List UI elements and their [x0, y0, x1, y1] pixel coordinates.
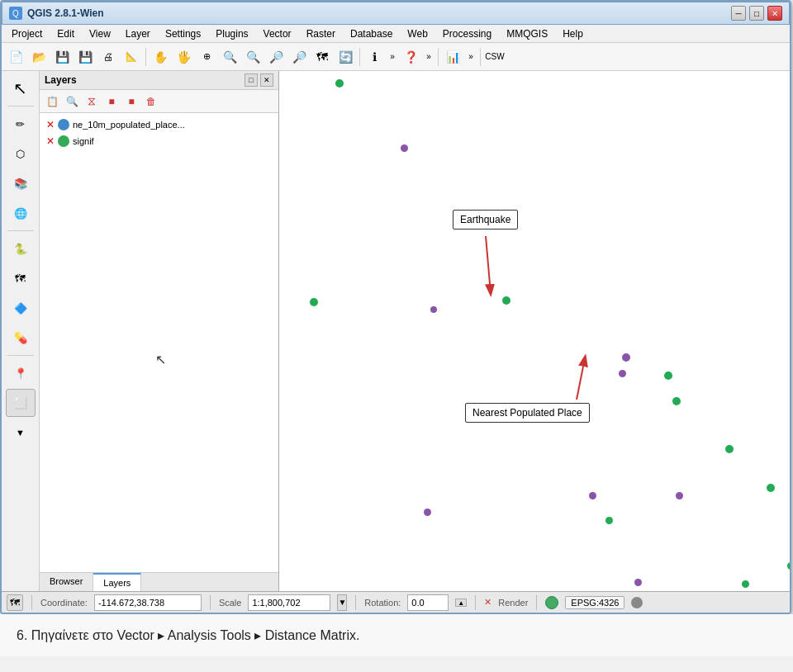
status-circle [631, 597, 643, 608]
coordinate-input[interactable] [94, 594, 202, 611]
vt-sep-1 [7, 106, 34, 106]
help-btn[interactable]: ❓ [400, 46, 421, 68]
layer-remove-btn[interactable]: 🗑 [142, 92, 160, 111]
menu-database[interactable]: Database [344, 26, 399, 41]
python-btn[interactable]: 🐍 [6, 234, 36, 263]
refresh-btn[interactable]: 🔄 [335, 46, 356, 68]
diamond-btn[interactable]: 🔷 [6, 294, 36, 322]
status-sep-5 [536, 595, 537, 610]
layer-checkbox-populated[interactable]: ✕ [46, 119, 55, 130]
more-tools-2[interactable]: » [423, 46, 434, 68]
rotation-up-btn[interactable]: ▲ [455, 599, 467, 607]
restore-button[interactable]: □ [749, 6, 764, 21]
main-layout: ↖ ✏ ⬡ 📚 🌐 🐍 🗺 🔷 💊 📍 ⬜ ▼ Layers □ ✕ [2, 71, 790, 591]
toolbar-sep-1 [145, 48, 146, 66]
menu-layer[interactable]: Layer [119, 26, 157, 41]
titlebar: Q QGIS 2.8.1-Wien ─ □ ✕ [2, 2, 790, 25]
zoom-selection-btn[interactable]: 🔎 [288, 46, 310, 68]
composer-btn[interactable]: 📐 [121, 46, 142, 68]
vt-sep-3 [7, 355, 34, 356]
status-sep-3 [355, 595, 356, 610]
menu-vector[interactable]: Vector [257, 26, 298, 41]
more-tools-1[interactable]: » [387, 46, 398, 68]
map-svg [279, 71, 790, 591]
minimize-button[interactable]: ─ [731, 6, 746, 21]
layers-panel-title: Layers □ ✕ [40, 71, 278, 90]
vertical-toolbar: ↖ ✏ ⬡ 📚 🌐 🐍 🗺 🔷 💊 📍 ⬜ ▼ [2, 71, 40, 591]
more-tools-3[interactable]: » [465, 46, 477, 68]
pan2-btn[interactable]: 🖐 [173, 46, 194, 68]
filter-layers-btn[interactable]: 🔍 [63, 92, 81, 111]
menu-project[interactable]: Project [5, 26, 49, 41]
menu-mmqgis[interactable]: MMQGIS [500, 26, 554, 41]
layers-restore-btn[interactable]: □ [245, 73, 258, 87]
menu-raster[interactable]: Raster [300, 26, 342, 41]
status-sep-1 [31, 595, 32, 610]
pill-btn[interactable]: 💊 [6, 324, 36, 352]
menu-view[interactable]: View [83, 26, 117, 41]
layer-item-signif[interactable]: ✕ signif [40, 133, 278, 149]
map-dot [672, 397, 681, 405]
save-project-btn[interactable]: 💾 [51, 46, 73, 68]
layer-red-btn[interactable]: ■ [102, 92, 121, 111]
box-btn[interactable]: ⬜ [6, 389, 36, 417]
map-dot [664, 371, 672, 380]
scale-input[interactable] [248, 594, 330, 611]
layers-tab[interactable]: Layers [93, 573, 141, 591]
titlebar-title: QGIS 2.8.1-Wien [27, 7, 104, 19]
pan-btn[interactable]: ✋ [150, 46, 171, 68]
menu-web[interactable]: Web [401, 26, 434, 41]
layers-close-btn[interactable]: ✕ [260, 73, 273, 87]
csw-btn[interactable]: CSW [484, 46, 506, 68]
map-canvas[interactable]: Earthquake Nearest Populated Place [279, 71, 790, 591]
select-btn[interactable]: ↖ [6, 74, 36, 102]
toolbar-sep-4 [480, 48, 481, 66]
map-dot [787, 562, 790, 570]
globe-btn[interactable]: 🌐 [6, 199, 36, 227]
dropdown-btn[interactable]: ▼ [6, 419, 36, 447]
svg-line-2 [577, 367, 583, 400]
new-project-btn[interactable]: 📄 [5, 46, 26, 68]
menu-help[interactable]: Help [556, 26, 590, 41]
layer-item-populated[interactable]: ✕ ne_10m_populated_place... [40, 116, 278, 133]
layers-content: ✕ ne_10m_populated_place... ✕ signif [40, 113, 278, 572]
menu-edit[interactable]: Edit [50, 26, 81, 41]
identify-btn[interactable]: ℹ [363, 46, 385, 68]
menu-processing[interactable]: Processing [436, 26, 498, 41]
node-btn[interactable]: ⬡ [6, 140, 36, 168]
map-dot [619, 370, 626, 377]
layer-blue-btn[interactable]: ■ [122, 92, 140, 111]
layer-name-populated: ne_10m_populated_place... [73, 120, 185, 130]
layer-btn[interactable]: 📚 [6, 169, 36, 197]
scale-dropdown-btn[interactable]: ▼ [337, 594, 347, 611]
close-button[interactable]: ✕ [767, 6, 782, 21]
menu-plugins[interactable]: Plugins [209, 26, 254, 41]
titlebar-controls: ─ □ ✕ [731, 6, 782, 21]
digitize-btn[interactable]: ✏ [6, 110, 36, 138]
add-layers-btn[interactable]: 📋 [43, 92, 61, 111]
atlas-btn[interactable]: 🗺 [6, 264, 36, 292]
map-dot [310, 298, 318, 306]
main-toolbar: 📄 📂 💾 💾 🖨 📐 ✋ 🖐 ⊕ 🔍 🔍 🔎 🔎 🗺 🔄 ℹ » ❓ » 📊 … [2, 43, 790, 71]
filter2-btn[interactable]: ⧖ [83, 92, 101, 111]
save-as-btn[interactable]: 💾 [74, 46, 96, 68]
chart-btn[interactable]: 📊 [442, 46, 463, 68]
pin-btn[interactable]: 📍 [6, 359, 36, 387]
print-btn[interactable]: 🖨 [97, 46, 119, 68]
zoom-full-btn[interactable]: ⊕ [196, 46, 217, 68]
zoom-in-btn[interactable]: 🔍 [219, 46, 240, 68]
zoom-map-btn[interactable]: 🗺 [311, 46, 333, 68]
browser-tab[interactable]: Browser [40, 573, 93, 591]
x-icon: ✕ [484, 597, 491, 608]
menubar: Project Edit View Layer Settings Plugins… [2, 25, 790, 43]
panel-tabs: Browser Layers [40, 572, 278, 591]
map-dot [725, 445, 734, 453]
layer-checkbox-signif[interactable]: ✕ [46, 135, 55, 147]
rotation-input[interactable] [407, 594, 449, 611]
zoom-layer-btn[interactable]: 🔎 [265, 46, 287, 68]
statusbar: 🗺 Coordinate: Scale ▼ Rotation: ▲ ✕ Rend… [2, 591, 790, 613]
menu-settings[interactable]: Settings [159, 26, 207, 41]
open-project-btn[interactable]: 📂 [28, 46, 50, 68]
map-dot [424, 509, 431, 516]
zoom-out-btn[interactable]: 🔍 [242, 46, 264, 68]
